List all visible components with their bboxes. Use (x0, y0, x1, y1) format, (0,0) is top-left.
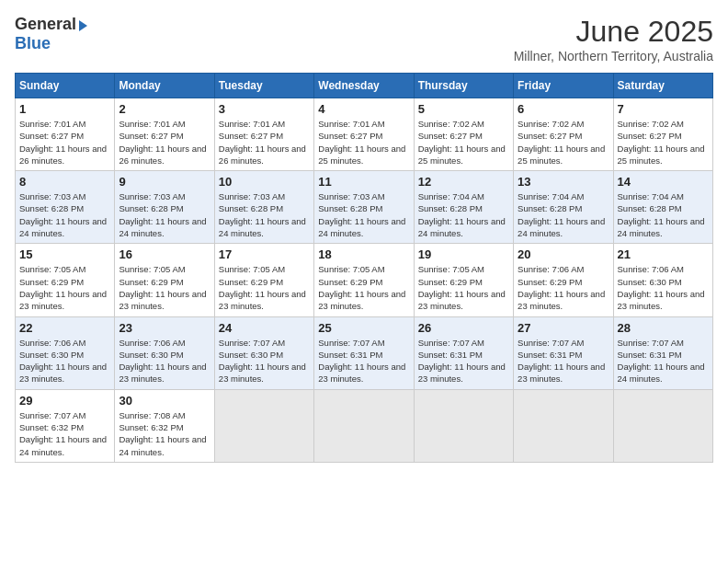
day-info: Sunrise: 7:06 AM Sunset: 6:30 PM Dayligh… (119, 337, 210, 385)
day-number: 25 (318, 321, 409, 335)
day-number: 29 (19, 394, 110, 408)
day-info: Sunrise: 7:05 AM Sunset: 6:29 PM Dayligh… (418, 263, 509, 312)
day-info: Sunrise: 7:04 AM Sunset: 6:28 PM Dayligh… (418, 190, 509, 239)
calendar-day-cell: 22Sunrise: 7:06 AM Sunset: 6:30 PM Dayli… (16, 316, 115, 389)
day-number: 9 (119, 175, 210, 189)
day-number: 6 (518, 102, 609, 116)
calendar-day-cell (613, 389, 712, 462)
day-number: 4 (318, 102, 409, 116)
col-monday: Monday (115, 74, 214, 98)
calendar-week-row: 1Sunrise: 7:01 AM Sunset: 6:27 PM Daylig… (16, 98, 713, 171)
logo-blue-text: Blue (15, 34, 51, 53)
calendar-day-cell (314, 389, 414, 462)
calendar-day-cell: 30Sunrise: 7:08 AM Sunset: 6:32 PM Dayli… (115, 389, 214, 462)
calendar-day-cell: 16Sunrise: 7:05 AM Sunset: 6:29 PM Dayli… (115, 244, 214, 316)
day-info: Sunrise: 7:05 AM Sunset: 6:29 PM Dayligh… (19, 263, 110, 312)
day-number: 15 (19, 247, 110, 261)
calendar-day-cell: 4Sunrise: 7:01 AM Sunset: 6:27 PM Daylig… (314, 98, 414, 171)
calendar-week-row: 8Sunrise: 7:03 AM Sunset: 6:28 PM Daylig… (16, 171, 713, 244)
calendar-day-cell: 12Sunrise: 7:04 AM Sunset: 6:28 PM Dayli… (414, 171, 513, 244)
calendar-day-cell: 3Sunrise: 7:01 AM Sunset: 6:27 PM Daylig… (214, 98, 313, 171)
day-info: Sunrise: 7:01 AM Sunset: 6:27 PM Dayligh… (318, 118, 409, 167)
calendar-day-cell: 25Sunrise: 7:07 AM Sunset: 6:31 PM Dayli… (314, 316, 414, 389)
day-number: 14 (618, 175, 709, 189)
calendar-day-cell: 21Sunrise: 7:06 AM Sunset: 6:30 PM Dayli… (613, 244, 712, 316)
col-friday: Friday (514, 74, 613, 98)
day-number: 3 (219, 102, 310, 116)
day-info: Sunrise: 7:07 AM Sunset: 6:31 PM Dayligh… (618, 337, 709, 385)
day-number: 1 (19, 102, 110, 116)
calendar-day-cell: 11Sunrise: 7:03 AM Sunset: 6:28 PM Dayli… (314, 171, 414, 244)
day-number: 8 (19, 175, 110, 189)
calendar-day-cell: 15Sunrise: 7:05 AM Sunset: 6:29 PM Dayli… (16, 244, 115, 316)
day-info: Sunrise: 7:07 AM Sunset: 6:31 PM Dayligh… (518, 337, 609, 385)
calendar-day-cell: 7Sunrise: 7:02 AM Sunset: 6:27 PM Daylig… (613, 98, 712, 171)
day-number: 30 (119, 394, 210, 408)
calendar-day-cell: 27Sunrise: 7:07 AM Sunset: 6:31 PM Dayli… (514, 316, 613, 389)
calendar-day-cell: 8Sunrise: 7:03 AM Sunset: 6:28 PM Daylig… (16, 171, 115, 244)
calendar-day-cell: 1Sunrise: 7:01 AM Sunset: 6:27 PM Daylig… (16, 98, 115, 171)
calendar-day-cell: 9Sunrise: 7:03 AM Sunset: 6:28 PM Daylig… (115, 171, 214, 244)
calendar-day-cell (214, 389, 313, 462)
day-number: 13 (518, 175, 609, 189)
day-info: Sunrise: 7:03 AM Sunset: 6:28 PM Dayligh… (119, 190, 210, 239)
calendar-day-cell: 10Sunrise: 7:03 AM Sunset: 6:28 PM Dayli… (214, 171, 313, 244)
calendar-day-cell: 23Sunrise: 7:06 AM Sunset: 6:30 PM Dayli… (115, 316, 214, 389)
day-info: Sunrise: 7:08 AM Sunset: 6:32 PM Dayligh… (119, 409, 210, 458)
col-wednesday: Wednesday (314, 74, 414, 98)
logo: General Blue (15, 15, 87, 53)
calendar-day-cell: 13Sunrise: 7:04 AM Sunset: 6:28 PM Dayli… (514, 171, 613, 244)
day-info: Sunrise: 7:06 AM Sunset: 6:30 PM Dayligh… (19, 337, 110, 385)
day-info: Sunrise: 7:07 AM Sunset: 6:31 PM Dayligh… (318, 337, 409, 385)
calendar-day-cell: 24Sunrise: 7:07 AM Sunset: 6:30 PM Dayli… (214, 316, 313, 389)
calendar-day-cell: 5Sunrise: 7:02 AM Sunset: 6:27 PM Daylig… (414, 98, 513, 171)
day-info: Sunrise: 7:05 AM Sunset: 6:29 PM Dayligh… (318, 263, 409, 312)
day-number: 22 (19, 321, 110, 335)
calendar-day-cell: 17Sunrise: 7:05 AM Sunset: 6:29 PM Dayli… (214, 244, 313, 316)
calendar-day-cell: 18Sunrise: 7:05 AM Sunset: 6:29 PM Dayli… (314, 244, 414, 316)
col-tuesday: Tuesday (214, 74, 313, 98)
col-sunday: Sunday (16, 74, 115, 98)
day-number: 5 (418, 102, 509, 116)
calendar-day-cell: 29Sunrise: 7:07 AM Sunset: 6:32 PM Dayli… (16, 389, 115, 462)
day-info: Sunrise: 7:05 AM Sunset: 6:29 PM Dayligh… (219, 263, 310, 312)
calendar-week-row: 29Sunrise: 7:07 AM Sunset: 6:32 PM Dayli… (16, 389, 713, 462)
day-number: 19 (418, 247, 509, 261)
calendar-day-cell: 19Sunrise: 7:05 AM Sunset: 6:29 PM Dayli… (414, 244, 513, 316)
day-info: Sunrise: 7:01 AM Sunset: 6:27 PM Dayligh… (219, 118, 310, 167)
day-info: Sunrise: 7:02 AM Sunset: 6:27 PM Dayligh… (418, 118, 509, 167)
day-info: Sunrise: 7:07 AM Sunset: 6:31 PM Dayligh… (418, 337, 509, 385)
calendar-day-cell: 6Sunrise: 7:02 AM Sunset: 6:27 PM Daylig… (514, 98, 613, 171)
day-number: 11 (318, 175, 409, 189)
day-info: Sunrise: 7:02 AM Sunset: 6:27 PM Dayligh… (618, 118, 709, 167)
location-subtitle: Millner, Northern Territory, Australia (514, 49, 713, 63)
day-number: 28 (618, 321, 709, 335)
day-number: 17 (219, 247, 310, 261)
day-number: 26 (418, 321, 509, 335)
day-number: 2 (119, 102, 210, 116)
calendar-week-row: 22Sunrise: 7:06 AM Sunset: 6:30 PM Dayli… (16, 316, 713, 389)
calendar-day-cell: 28Sunrise: 7:07 AM Sunset: 6:31 PM Dayli… (613, 316, 712, 389)
day-number: 20 (518, 247, 609, 261)
day-number: 24 (219, 321, 310, 335)
day-info: Sunrise: 7:01 AM Sunset: 6:27 PM Dayligh… (119, 118, 210, 167)
calendar-day-cell: 2Sunrise: 7:01 AM Sunset: 6:27 PM Daylig… (115, 98, 214, 171)
day-info: Sunrise: 7:07 AM Sunset: 6:30 PM Dayligh… (219, 337, 310, 385)
day-number: 27 (518, 321, 609, 335)
month-title: June 2025 (514, 15, 713, 49)
calendar-day-cell (414, 389, 513, 462)
logo-general-text: General (15, 15, 76, 34)
page-header: General Blue June 2025 Millner, Northern… (15, 15, 713, 63)
day-info: Sunrise: 7:04 AM Sunset: 6:28 PM Dayligh… (518, 190, 609, 239)
col-thursday: Thursday (414, 74, 513, 98)
logo-arrow (79, 20, 87, 31)
calendar-week-row: 15Sunrise: 7:05 AM Sunset: 6:29 PM Dayli… (16, 244, 713, 316)
day-number: 12 (418, 175, 509, 189)
calendar-day-cell: 26Sunrise: 7:07 AM Sunset: 6:31 PM Dayli… (414, 316, 513, 389)
day-info: Sunrise: 7:03 AM Sunset: 6:28 PM Dayligh… (318, 190, 409, 239)
day-number: 21 (618, 247, 709, 261)
calendar-day-cell (514, 389, 613, 462)
day-number: 23 (119, 321, 210, 335)
day-info: Sunrise: 7:07 AM Sunset: 6:32 PM Dayligh… (19, 409, 110, 458)
col-saturday: Saturday (613, 74, 712, 98)
